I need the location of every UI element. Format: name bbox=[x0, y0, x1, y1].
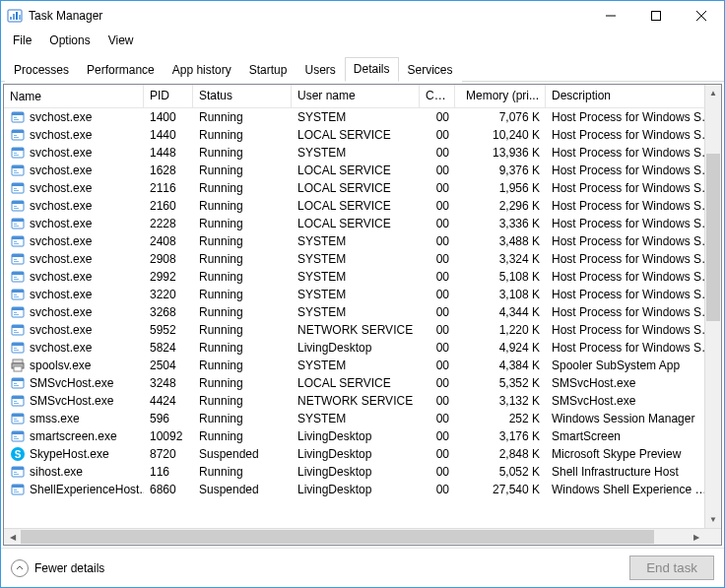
process-name: svchost.exe bbox=[30, 234, 92, 248]
end-task-button[interactable]: End task bbox=[629, 555, 714, 580]
svg-rect-75 bbox=[14, 403, 19, 404]
table-row[interactable]: svchost.exe1628RunningLOCAL SERVICE009,3… bbox=[4, 162, 721, 179]
process-cpu: 00 bbox=[420, 269, 455, 285]
table-row[interactable]: svchost.exe2908RunningSYSTEM003,324 KHos… bbox=[4, 250, 721, 268]
svg-text:S: S bbox=[15, 449, 22, 460]
process-memory: 3,336 K bbox=[455, 216, 546, 231]
table-row[interactable]: svchost.exe2116RunningLOCAL SERVICE001,9… bbox=[4, 179, 721, 197]
process-status: Running bbox=[193, 411, 292, 426]
process-description: SMSvcHost.exe bbox=[546, 375, 721, 391]
menu-view[interactable]: View bbox=[100, 32, 142, 49]
process-name: svchost.exe bbox=[30, 199, 92, 213]
table-row[interactable]: svchost.exe5824RunningLivingDesktop004,9… bbox=[4, 339, 721, 357]
tab-startup[interactable]: Startup bbox=[240, 58, 297, 82]
process-cpu: 00 bbox=[420, 163, 455, 178]
process-icon bbox=[10, 428, 26, 444]
close-button[interactable] bbox=[679, 1, 724, 31]
table-row[interactable]: spoolsv.exe2504RunningSYSTEM004,384 KSpo… bbox=[4, 357, 721, 374]
process-description: Host Process for Windows Serv bbox=[546, 322, 721, 338]
process-cpu: 00 bbox=[420, 464, 455, 480]
svg-rect-16 bbox=[14, 137, 19, 138]
minimize-button[interactable] bbox=[588, 1, 633, 31]
scroll-down-icon[interactable]: ▼ bbox=[705, 511, 721, 528]
process-memory: 1,956 K bbox=[455, 180, 546, 196]
menu-options[interactable]: Options bbox=[41, 32, 98, 49]
process-status: Running bbox=[193, 251, 292, 267]
process-pid: 2408 bbox=[144, 233, 193, 249]
process-pid: 2160 bbox=[144, 198, 193, 214]
details-grid: Name PID Status User name CPU Memory (pr… bbox=[4, 85, 721, 528]
horizontal-scrollbar[interactable]: ◀ ▶ bbox=[4, 528, 721, 545]
process-pid: 2228 bbox=[144, 216, 193, 231]
table-row[interactable]: svchost.exe2160RunningLOCAL SERVICE002,2… bbox=[4, 197, 721, 215]
table-row[interactable]: SSkypeHost.exe8720SuspendedLivingDesktop… bbox=[4, 445, 721, 463]
table-row[interactable]: svchost.exe1400RunningSYSTEM007,076 KHos… bbox=[4, 108, 721, 126]
header-status[interactable]: Status bbox=[193, 85, 292, 107]
tab-users[interactable]: Users bbox=[296, 58, 344, 82]
table-row[interactable]: svchost.exe3268RunningSYSTEM004,344 KHos… bbox=[4, 303, 721, 321]
table-row[interactable]: svchost.exe2408RunningSYSTEM003,488 KHos… bbox=[4, 232, 721, 250]
hscroll-thumb[interactable] bbox=[21, 530, 654, 544]
process-name: smss.exe bbox=[30, 412, 80, 425]
table-row[interactable]: svchost.exe5952RunningNETWORK SERVICE001… bbox=[4, 321, 721, 339]
process-memory: 252 K bbox=[455, 411, 546, 426]
process-description: Windows Session Manager bbox=[546, 411, 721, 426]
process-user: SYSTEM bbox=[292, 233, 420, 249]
process-icon bbox=[10, 304, 26, 320]
svg-rect-52 bbox=[14, 296, 19, 297]
table-row[interactable]: ShellExperienceHost....6860SuspendedLivi… bbox=[4, 481, 721, 498]
table-row[interactable]: svchost.exe3220RunningSYSTEM003,108 KHos… bbox=[4, 286, 721, 303]
scroll-right-icon[interactable]: ▶ bbox=[688, 529, 704, 546]
table-row[interactable]: smartscreen.exe10092RunningLivingDesktop… bbox=[4, 427, 721, 445]
process-icon bbox=[10, 375, 26, 391]
table-row[interactable]: SMSvcHost.exe3248RunningLOCAL SERVICE005… bbox=[4, 374, 721, 392]
svg-rect-79 bbox=[14, 421, 19, 422]
svg-rect-83 bbox=[14, 438, 19, 439]
process-cpu: 00 bbox=[420, 340, 455, 356]
process-icon bbox=[10, 109, 26, 125]
header-cpu[interactable]: CPU bbox=[420, 85, 455, 107]
process-description: Host Process for Windows Serv bbox=[546, 287, 721, 302]
table-row[interactable]: svchost.exe2228RunningLOCAL SERVICE003,3… bbox=[4, 215, 721, 232]
header-name[interactable]: Name bbox=[4, 85, 144, 107]
tab-services[interactable]: Services bbox=[399, 58, 462, 82]
tab-details[interactable]: Details bbox=[345, 57, 399, 82]
process-memory: 4,924 K bbox=[455, 340, 546, 356]
table-row[interactable]: svchost.exe1448RunningSYSTEM0013,936 KHo… bbox=[4, 144, 721, 162]
window-title: Task Manager bbox=[29, 9, 102, 23]
tab-app-history[interactable]: App history bbox=[164, 58, 240, 82]
table-row[interactable]: SMSvcHost.exe4424RunningNETWORK SERVICE0… bbox=[4, 392, 721, 410]
process-user: SYSTEM bbox=[292, 358, 420, 373]
svg-rect-15 bbox=[14, 135, 17, 136]
svg-rect-63 bbox=[14, 348, 17, 349]
header-user[interactable]: User name bbox=[292, 85, 420, 107]
tab-processes[interactable]: Processes bbox=[5, 58, 78, 82]
process-memory: 3,132 K bbox=[455, 393, 546, 409]
process-cpu: 00 bbox=[420, 428, 455, 444]
scroll-left-icon[interactable]: ◀ bbox=[4, 529, 21, 546]
menu-file[interactable]: File bbox=[5, 32, 39, 49]
vertical-scrollbar[interactable]: ▲ ▼ bbox=[704, 85, 721, 528]
table-row[interactable]: smss.exe596RunningSYSTEM00252 KWindows S… bbox=[4, 410, 721, 427]
table-row[interactable]: svchost.exe1440RunningLOCAL SERVICE0010,… bbox=[4, 126, 721, 144]
svg-rect-51 bbox=[14, 294, 17, 295]
header-pid[interactable]: PID bbox=[144, 85, 193, 107]
process-status: Running bbox=[193, 340, 292, 356]
process-name: SMSvcHost.exe bbox=[30, 394, 113, 408]
process-name: svchost.exe bbox=[30, 128, 92, 142]
process-status: Running bbox=[193, 393, 292, 409]
table-row[interactable]: svchost.exe2992RunningSYSTEM005,108 KHos… bbox=[4, 268, 721, 286]
process-status: Running bbox=[193, 163, 292, 178]
process-memory: 4,384 K bbox=[455, 358, 546, 373]
table-row[interactable]: sihost.exe116RunningLivingDesktop005,052… bbox=[4, 463, 721, 481]
process-status: Running bbox=[193, 233, 292, 249]
fewer-details-toggle[interactable]: Fewer details bbox=[11, 559, 104, 577]
svg-rect-20 bbox=[14, 155, 19, 156]
header-description[interactable]: Description bbox=[546, 85, 721, 107]
header-memory[interactable]: Memory (pri... bbox=[455, 85, 546, 107]
process-name: spoolsv.exe bbox=[30, 359, 91, 372]
maximize-button[interactable] bbox=[633, 1, 679, 31]
tab-performance[interactable]: Performance bbox=[78, 58, 164, 82]
vscroll-thumb[interactable] bbox=[706, 154, 720, 321]
scroll-up-icon[interactable]: ▲ bbox=[705, 85, 721, 101]
